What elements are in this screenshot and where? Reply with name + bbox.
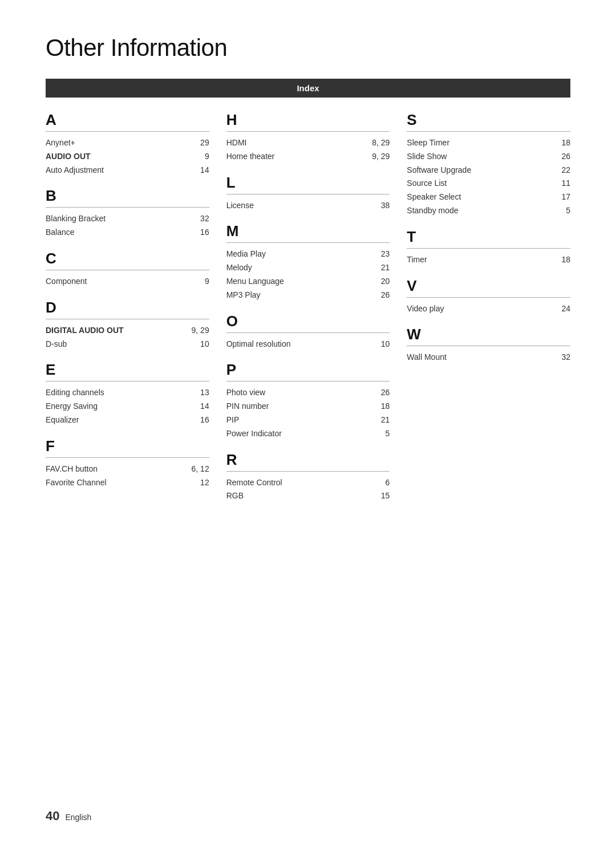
index-entry: HDMI8, 29 <box>226 136 390 150</box>
entry-label: PIN number <box>226 400 367 413</box>
entry-page: 10 <box>367 338 390 351</box>
entry-page: 22 <box>548 164 570 177</box>
index-entry: D-sub10 <box>46 338 209 351</box>
index-entry: Timer18 <box>407 253 570 267</box>
index-entry: Anynet+29 <box>46 136 209 150</box>
entry-label: Optimal resolution <box>226 338 367 351</box>
column-0: AAnynet+29AUDIO OUT9Auto Adjustment14BBl… <box>46 111 226 513</box>
entry-page: 26 <box>548 150 570 164</box>
index-entry: PIN number18 <box>226 400 390 413</box>
index-entry: Sleep Timer18 <box>407 136 570 150</box>
index-entry: Balance16 <box>46 226 209 240</box>
entry-label: Component <box>46 275 187 289</box>
entry-page: 24 <box>548 302 570 316</box>
entry-label: PIP <box>226 413 367 427</box>
section-letter-s: S <box>407 111 570 132</box>
section-l: LLicense38 <box>226 174 390 213</box>
section-r: RRemote Control6RGB15 <box>226 451 390 504</box>
entry-page: 14 <box>187 400 209 413</box>
index-entry: Equalizer16 <box>46 413 209 427</box>
index-entry: Component9 <box>46 275 209 289</box>
index-entry: PIP21 <box>226 413 390 427</box>
entry-page: 11 <box>548 177 570 190</box>
section-o: OOptimal resolution10 <box>226 313 390 351</box>
section-letter-d: D <box>46 299 209 319</box>
index-entry: RGB15 <box>226 489 390 503</box>
section-b: BBlanking Bracket32Balance16 <box>46 187 209 240</box>
entry-page: 16 <box>187 226 209 240</box>
section-letter-f: F <box>46 437 209 458</box>
entry-label: Slide Show <box>407 150 548 164</box>
index-entry: Auto Adjustment14 <box>46 164 209 177</box>
entry-label: Editing channels <box>46 386 187 400</box>
index-entry: DIGITAL AUDIO OUT9, 29 <box>46 324 209 338</box>
index-entry: Editing channels13 <box>46 386 209 400</box>
entry-page: 5 <box>548 204 570 218</box>
section-a: AAnynet+29AUDIO OUT9Auto Adjustment14 <box>46 111 209 177</box>
entry-page: 18 <box>367 400 390 413</box>
section-p: PPhoto view26PIN number18PIP21Power Indi… <box>226 361 390 440</box>
entry-page: 18 <box>548 253 570 267</box>
section-t: TTimer18 <box>407 228 570 267</box>
entry-label: Sleep Timer <box>407 136 548 150</box>
section-f: FFAV.CH button6, 12Favorite Channel12 <box>46 437 209 490</box>
entry-label: Home theater <box>226 150 367 164</box>
index-entry: Blanking Bracket32 <box>46 212 209 226</box>
entry-page: 20 <box>367 275 390 289</box>
entry-page: 15 <box>367 489 390 503</box>
index-entry: FAV.CH button6, 12 <box>46 462 209 476</box>
entry-page: 23 <box>367 248 390 261</box>
entry-page: 9 <box>187 150 209 164</box>
index-entry: Home theater9, 29 <box>226 150 390 164</box>
entry-page: 8, 29 <box>367 136 390 150</box>
entry-label: Source List <box>407 177 548 190</box>
section-letter-e: E <box>46 361 209 382</box>
entry-label: Timer <box>407 253 548 267</box>
entry-page: 32 <box>548 351 570 364</box>
entry-page: 38 <box>367 199 390 213</box>
column-2: SSleep Timer18Slide Show26Software Upgra… <box>407 111 570 513</box>
entry-page: 9, 29 <box>187 324 209 338</box>
entry-page: 17 <box>548 190 570 204</box>
section-h: HHDMI8, 29Home theater9, 29 <box>226 111 390 164</box>
index-entry: Wall Mount32 <box>407 351 570 364</box>
entry-label: Equalizer <box>46 413 187 427</box>
entry-page: 14 <box>187 164 209 177</box>
entry-page: 6, 12 <box>187 462 209 476</box>
entry-label: Favorite Channel <box>46 476 187 490</box>
entry-label: Blanking Bracket <box>46 212 187 226</box>
entry-page: 5 <box>367 427 390 441</box>
entry-page: 18 <box>548 136 570 150</box>
entry-label: Menu Language <box>226 275 367 289</box>
entry-page: 9 <box>187 275 209 289</box>
index-entry: Speaker Select17 <box>407 190 570 204</box>
entry-label: AUDIO OUT <box>46 150 187 164</box>
section-letter-w: W <box>407 326 570 346</box>
section-w: WWall Mount32 <box>407 326 570 364</box>
entry-label: Balance <box>46 226 187 240</box>
index-entry: Slide Show26 <box>407 150 570 164</box>
index-entry: Power Indicator5 <box>226 427 390 441</box>
entry-label: Wall Mount <box>407 351 548 364</box>
section-letter-a: A <box>46 111 209 132</box>
entry-page: 26 <box>367 289 390 302</box>
section-v: VVideo play24 <box>407 277 570 316</box>
section-e: EEditing channels13Energy Saving14Equali… <box>46 361 209 427</box>
index-entry: Energy Saving14 <box>46 400 209 413</box>
section-c: CComponent9 <box>46 250 209 289</box>
column-1: HHDMI8, 29Home theater9, 29LLicense38MMe… <box>226 111 407 513</box>
entry-label: Video play <box>407 302 548 316</box>
entry-page: 12 <box>187 476 209 490</box>
section-letter-p: P <box>226 361 390 382</box>
entry-label: License <box>226 199 367 213</box>
index-entry: Melody21 <box>226 261 390 275</box>
index-entry: Standby mode5 <box>407 204 570 218</box>
entry-page: 16 <box>187 413 209 427</box>
entry-label: DIGITAL AUDIO OUT <box>46 324 187 338</box>
entry-label: HDMI <box>226 136 367 150</box>
page-title: Other Information <box>46 34 570 62</box>
entry-label: Energy Saving <box>46 400 187 413</box>
index-entry: Source List11 <box>407 177 570 190</box>
entry-label: Remote Control <box>226 476 367 490</box>
section-m: MMedia Play23Melody21Menu Language20MP3 … <box>226 222 390 302</box>
